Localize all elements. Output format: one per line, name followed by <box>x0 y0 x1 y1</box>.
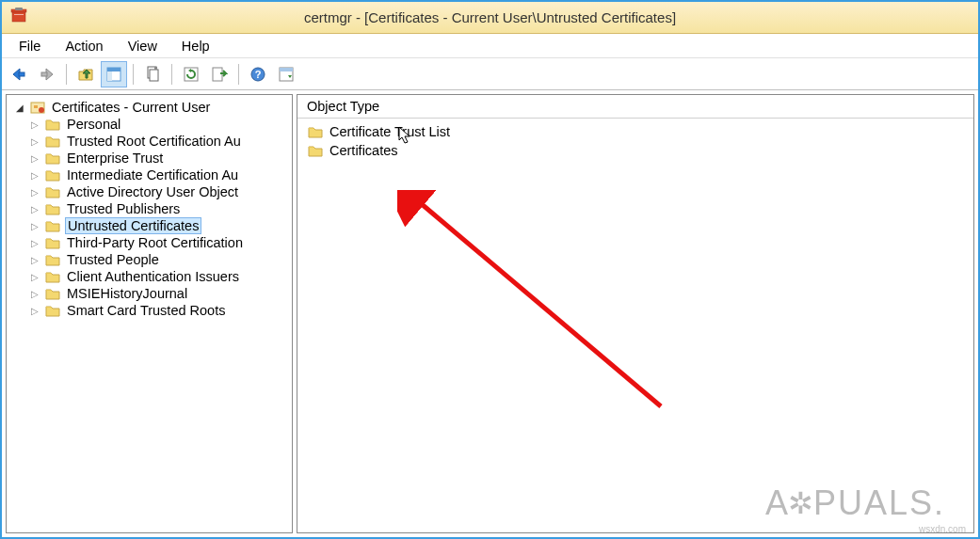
export-button[interactable] <box>206 61 233 87</box>
svg-rect-8 <box>107 71 112 81</box>
tree-item-label: Trusted Publishers <box>65 201 182 216</box>
toolbar-separator <box>171 64 172 85</box>
tree-item[interactable]: ▷Trusted People <box>22 251 292 268</box>
copy-button[interactable] <box>139 61 166 87</box>
folder-icon <box>44 167 61 182</box>
tree-item-label: Intermediate Certification Au <box>65 167 240 182</box>
watermark-middle: PUALS <box>813 484 934 523</box>
svg-rect-2 <box>15 8 23 10</box>
list-item[interactable]: Certificates <box>303 141 968 160</box>
menu-file[interactable]: File <box>8 37 52 55</box>
show-hide-tree-button[interactable] <box>101 61 127 87</box>
watermark-small: wsxdn.com <box>919 524 966 533</box>
svg-point-20 <box>39 107 44 113</box>
folder-icon <box>44 117 61 132</box>
svg-text:?: ? <box>255 69 262 80</box>
folder-icon <box>44 184 61 199</box>
tree-item[interactable]: ▷Smart Card Trusted Roots <box>22 302 292 319</box>
folder-icon <box>44 269 61 284</box>
list-item-label: Certificate Trust List <box>329 124 450 139</box>
tree-item-label: Personal <box>65 117 122 132</box>
svg-rect-11 <box>154 67 157 70</box>
refresh-button[interactable] <box>178 61 204 87</box>
watermark-prefix: A <box>765 484 790 523</box>
svg-rect-17 <box>280 68 293 71</box>
toolbar: ? <box>2 58 978 90</box>
tree-item-label: Trusted People <box>65 252 161 267</box>
options-button[interactable] <box>273 61 299 87</box>
menu-action[interactable]: Action <box>54 37 114 55</box>
menu-bar: File Action View Help <box>2 34 978 58</box>
list-item[interactable]: Certificate Trust List <box>303 122 968 141</box>
tree-root[interactable]: ◢ Certificates - Current User <box>7 99 292 116</box>
up-button[interactable] <box>72 61 99 87</box>
tree-item[interactable]: ▷Personal <box>22 116 292 133</box>
tree-item[interactable]: ▷Intermediate Certification Au <box>22 166 292 183</box>
tree-item-label: MSIEHistoryJournal <box>65 286 189 301</box>
expander-icon[interactable]: ▷ <box>29 237 40 248</box>
content-area: ◢ Certificates - Current User ▷Personal▷… <box>2 90 978 537</box>
toolbar-separator <box>66 64 67 85</box>
folder-icon <box>44 252 61 267</box>
tree-item-label: Active Directory User Object <box>65 184 240 199</box>
expander-icon[interactable]: ▷ <box>29 220 40 231</box>
expander-icon[interactable]: ▷ <box>29 203 40 214</box>
svg-rect-1 <box>12 12 25 22</box>
folder-icon <box>44 151 61 166</box>
expander-icon[interactable]: ▷ <box>29 254 40 265</box>
tree-item[interactable]: ▷Third-Party Root Certification <box>22 234 292 251</box>
folder-icon <box>44 134 61 149</box>
folder-icon <box>307 143 324 158</box>
help-button[interactable]: ? <box>245 61 271 87</box>
expander-icon[interactable]: ▷ <box>29 186 40 198</box>
svg-rect-3 <box>14 14 24 15</box>
tree-item[interactable]: ▷Trusted Publishers <box>22 200 292 217</box>
expander-icon[interactable]: ▷ <box>29 135 40 147</box>
svg-rect-5 <box>41 72 47 76</box>
list-panel[interactable]: Object Type Certificate Trust ListCertif… <box>297 94 974 533</box>
tree-item[interactable]: ▷Trusted Root Certification Au <box>22 133 292 150</box>
folder-icon <box>44 286 61 301</box>
expander-icon[interactable]: ▷ <box>29 169 40 181</box>
folder-icon <box>44 303 61 318</box>
svg-rect-7 <box>107 68 120 71</box>
expander-icon[interactable]: ▷ <box>29 305 40 316</box>
title-bar: certmgr - [Certificates - Current User\U… <box>2 2 978 34</box>
toolbar-separator <box>238 64 239 85</box>
tree-root-label: Certificates - Current User <box>50 100 212 115</box>
expander-icon[interactable]: ▷ <box>29 152 40 164</box>
tree-panel[interactable]: ◢ Certificates - Current User ▷Personal▷… <box>6 94 293 533</box>
watermark-suffix: . <box>934 484 945 523</box>
toolbar-separator <box>133 64 134 85</box>
window-title: certmgr - [Certificates - Current User\U… <box>304 9 676 25</box>
back-button[interactable] <box>6 61 32 87</box>
expander-icon[interactable]: ◢ <box>14 102 25 113</box>
expander-icon[interactable]: ▷ <box>29 119 40 130</box>
expander-icon[interactable]: ▷ <box>29 271 40 282</box>
tree-item[interactable]: ▷Untrusted Certificates <box>22 217 292 234</box>
watermark: A ✲ PUALS . <box>765 484 945 523</box>
tree-item[interactable]: ▷Active Directory User Object <box>22 183 292 200</box>
tree-item[interactable]: ▷Enterprise Trust <box>22 150 292 166</box>
folder-icon <box>307 124 324 139</box>
folder-icon <box>44 218 61 233</box>
forward-button[interactable] <box>34 61 60 87</box>
list-column-header[interactable]: Object Type <box>297 95 973 119</box>
app-icon <box>9 7 28 28</box>
folder-icon <box>44 201 61 216</box>
svg-rect-19 <box>34 105 38 108</box>
tree-item-label: Untrusted Certificates <box>65 217 201 234</box>
gear-icon: ✲ <box>788 485 815 521</box>
folder-icon <box>44 235 61 250</box>
tree-item[interactable]: ▷MSIEHistoryJournal <box>22 285 292 302</box>
certificates-root-icon <box>29 100 46 115</box>
list-item-label: Certificates <box>329 143 398 158</box>
tree-item[interactable]: ▷Client Authentication Issuers <box>22 268 292 285</box>
svg-rect-10 <box>150 70 158 81</box>
expander-icon[interactable]: ▷ <box>29 288 40 299</box>
tree-item-label: Client Authentication Issuers <box>65 269 241 284</box>
svg-rect-4 <box>19 72 24 76</box>
tree-item-label: Trusted Root Certification Au <box>65 134 243 149</box>
menu-help[interactable]: Help <box>170 37 221 55</box>
menu-view[interactable]: View <box>117 37 169 55</box>
